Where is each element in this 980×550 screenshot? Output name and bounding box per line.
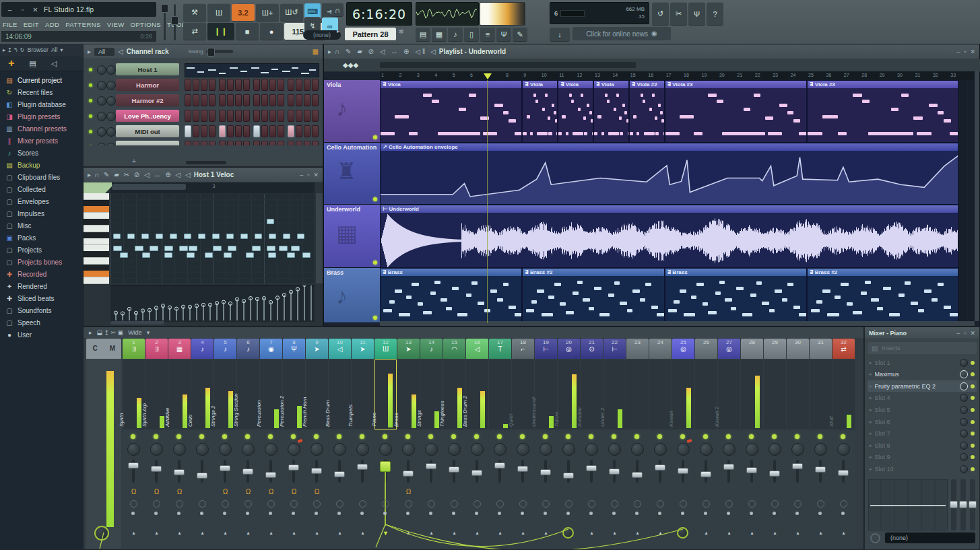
track-enable-led[interactable] xyxy=(373,261,377,265)
wait-for-input-button[interactable]: 3.2 xyxy=(232,3,255,22)
strip-record-arm[interactable] xyxy=(336,500,344,508)
strip-pan-knob[interactable] xyxy=(356,443,369,456)
piano-roll-note[interactable] xyxy=(135,246,143,251)
time-display[interactable]: 6:16:20 xyxy=(346,2,412,26)
strip-fader-handle[interactable] xyxy=(700,471,711,477)
browser-filter[interactable]: All xyxy=(51,46,57,53)
mixer-strip-undersound[interactable]: 19⊢Undersound▴ xyxy=(535,339,557,549)
channel-pan-knob[interactable] xyxy=(97,112,106,121)
channel-enable-led[interactable] xyxy=(89,114,92,118)
strip-fader-track[interactable] xyxy=(292,460,295,483)
track-lane-viola[interactable]: ∃ Viola∃ Viola∃ Viola∃ Viola∃ Viola #2∃ … xyxy=(380,80,976,143)
piano-key[interactable] xyxy=(84,277,109,284)
strip-fader-track[interactable] xyxy=(590,460,593,483)
step-15[interactable] xyxy=(304,125,311,137)
strip-tab[interactable]: 23 xyxy=(626,339,649,359)
piano-key[interactable] xyxy=(84,213,109,219)
browser-tab-files-icon[interactable]: ▤ xyxy=(29,59,36,68)
oscilloscope[interactable] xyxy=(416,2,479,26)
piano-roll-note[interactable] xyxy=(198,234,205,239)
slot-mix-knob[interactable] xyxy=(960,406,968,414)
pr-scroll-thumb[interactable] xyxy=(112,184,186,190)
pr-ruler[interactable]: 1 3 xyxy=(110,182,315,193)
step-12[interactable] xyxy=(277,141,284,145)
step-16[interactable] xyxy=(312,94,319,106)
channel-score-preview[interactable] xyxy=(185,63,319,77)
browser-item-projects[interactable]: ▢Projects xyxy=(0,244,83,256)
mixer-strip-cello[interactable]: 4♪Cello▴ xyxy=(191,339,214,549)
clip-viola-3[interactable]: ∃ Viola #3 xyxy=(665,80,807,143)
browser-item-scores[interactable]: ♪Scores xyxy=(0,147,83,159)
strip-mute-led[interactable] xyxy=(337,434,341,439)
strip-pan-knob[interactable] xyxy=(288,443,300,456)
strip-pan-knob[interactable] xyxy=(562,443,575,456)
strip-fader-track[interactable] xyxy=(224,460,226,483)
step-9[interactable] xyxy=(253,94,260,106)
piano-roll-note[interactable] xyxy=(255,234,262,239)
clip-viola[interactable]: ∃ Viola xyxy=(593,80,629,143)
pl-scroll-strip[interactable] xyxy=(380,62,636,68)
strip-mute-led[interactable] xyxy=(131,434,135,439)
slot-enable-led[interactable] xyxy=(971,444,975,448)
strip-route-arrow[interactable]: ▴ xyxy=(420,530,443,536)
piano-key[interactable] xyxy=(84,271,109,277)
step-6[interactable] xyxy=(227,94,234,106)
strip-record-arm[interactable] xyxy=(657,500,664,508)
strip-pan-knob[interactable] xyxy=(769,443,781,456)
browser-item-current-project[interactable]: ▤Current project xyxy=(0,74,83,86)
pl-maximize-icon[interactable]: ▫ xyxy=(964,48,966,55)
loop-record-button[interactable]: Ш↺ xyxy=(280,3,303,22)
browser-item-collected[interactable]: ▢Collected xyxy=(0,183,83,195)
rack-options-icon[interactable]: ▸ xyxy=(88,48,91,55)
step-14[interactable] xyxy=(296,141,302,145)
piano-key[interactable] xyxy=(84,238,109,245)
one-click-record-button[interactable]: ⚒ xyxy=(183,3,206,22)
strip-fader-handle[interactable] xyxy=(449,467,459,473)
pr-velocity-pane[interactable] xyxy=(110,285,315,322)
strip-pan-knob[interactable] xyxy=(494,443,507,456)
dump-score-button[interactable]: ↓ xyxy=(550,27,570,42)
browser-item-recorded[interactable]: ✚Recorded xyxy=(0,268,83,280)
channel-button[interactable]: MIDI out #2 xyxy=(116,141,179,145)
master-tab-m[interactable]: M xyxy=(104,339,121,359)
step-15[interactable] xyxy=(304,94,311,106)
strip-mute-led[interactable] xyxy=(360,434,364,439)
step-3[interactable] xyxy=(201,94,207,106)
strip-fader-handle[interactable] xyxy=(655,465,665,471)
strip-route-arrow[interactable]: ▴ xyxy=(741,530,763,536)
pr-maximize-icon[interactable]: ▫ xyxy=(307,172,309,178)
track-enable-led[interactable] xyxy=(373,197,377,201)
step-9[interactable] xyxy=(253,125,260,137)
browser-item-plugin-database[interactable]: ◧Plugin database xyxy=(0,98,83,110)
slot-mix-knob[interactable] xyxy=(960,442,968,450)
strip-fader-handle[interactable] xyxy=(311,468,322,474)
strip-tab[interactable]: 21⊙ xyxy=(581,339,603,359)
step-3[interactable] xyxy=(201,125,207,137)
strip-record-arm[interactable] xyxy=(451,500,458,508)
strip-pan-knob[interactable] xyxy=(700,443,713,456)
strip-fader-handle[interactable] xyxy=(494,462,505,469)
strip-record-arm[interactable] xyxy=(840,500,847,508)
browser-item-mixer-presets[interactable]: ∥Mixer presets xyxy=(0,135,83,147)
browser-window-button[interactable]: ▯ xyxy=(464,27,479,42)
mixer-strip-thinginess[interactable]: 15◠Thinginess▴ xyxy=(443,339,465,549)
strip-mute-led[interactable] xyxy=(428,434,433,439)
strip-send-knob[interactable] xyxy=(562,527,574,539)
mixer-strip-synth-arp[interactable]: 2∃Synth ArpΩ▴ xyxy=(145,339,168,549)
strip-record-arm[interactable] xyxy=(496,500,504,508)
piano-roll-note[interactable] xyxy=(213,246,222,251)
strip-fader-handle[interactable] xyxy=(563,473,574,479)
browser-tab-plus-icon[interactable]: ✚ xyxy=(8,59,14,68)
browser-item-plugin-presets[interactable]: ◨Plugin presets xyxy=(0,110,83,123)
insert-slot-1[interactable]: ▸Slot 1 xyxy=(868,357,977,368)
mixer-strip-percussion[interactable]: 7◉PercussionΩ▴ xyxy=(260,339,282,549)
strip-route-arrow[interactable]: ▴ xyxy=(329,530,351,536)
strip-record-arm[interactable] xyxy=(680,500,687,508)
piano-roll-note[interactable] xyxy=(224,252,232,258)
slot-enable-led[interactable] xyxy=(971,420,975,424)
link-prev-icon[interactable]: ▸ xyxy=(296,31,302,37)
mixer-strip-quiet[interactable]: 18⌐Quiet▴ xyxy=(512,339,534,549)
mixer-strip-brass[interactable]: 13➤BrassΩ▴ xyxy=(397,339,420,549)
strip-route-arrow[interactable]: ▴ xyxy=(306,530,328,536)
pl-vscrollbar[interactable] xyxy=(975,71,979,321)
